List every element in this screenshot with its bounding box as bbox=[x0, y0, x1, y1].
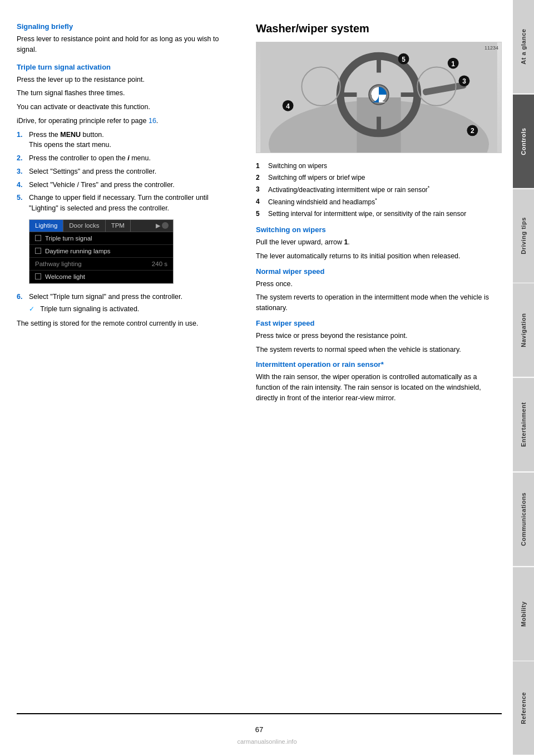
step-2-content: Press the controller to open the i menu. bbox=[29, 153, 239, 164]
sidebar-tab-driving-tips[interactable]: Driving tips bbox=[513, 189, 534, 283]
wiper-ref-list: 1 Switching on wipers 2 Switching off wi… bbox=[256, 161, 502, 219]
idrive-label-pathway: Pathway lighting bbox=[35, 261, 82, 267]
step-4: 4. Select "Vehicle / Tires" and press th… bbox=[17, 180, 239, 190]
ref-num-5: 5 bbox=[256, 209, 264, 219]
fast-speed-heading: Fast wiper speed bbox=[256, 319, 502, 327]
page-number: 67 bbox=[17, 725, 502, 734]
idrive-item-daytime: Daytime running lamps bbox=[29, 245, 173, 258]
ref-item-2: 2 Switching off wipers or brief wipe bbox=[256, 173, 502, 183]
switching-on-heading: Switching on wipers bbox=[256, 225, 502, 234]
idrive-tab-doorlocks: Door locks bbox=[63, 220, 105, 232]
intermittent-section: Intermittent operation or rain sensor* W… bbox=[256, 360, 502, 403]
sidebar-tab-entertainment[interactable]: Entertainment bbox=[513, 378, 534, 472]
sidebar-tab-at-a-glance[interactable]: At a glance bbox=[513, 0, 534, 94]
idrive-item-pathway: Pathway lighting 240 s bbox=[29, 258, 173, 271]
switching-on-section: Switching on wipers Pull the lever upwar… bbox=[256, 225, 502, 262]
triple-turn-line1: Press the lever up to the resistance poi… bbox=[17, 75, 239, 85]
idrive-topbar: Lighting Door locks TPM ▶ bbox=[29, 220, 173, 232]
wiper-diagram-image: 1 2 3 4 5 bbox=[256, 42, 502, 153]
left-column: Signaling briefly Press lever to resista… bbox=[17, 22, 239, 709]
idrive-tab-tpm: TPM bbox=[106, 220, 131, 232]
sidebar-tab-reference[interactable]: Reference bbox=[513, 661, 534, 755]
ref-num-2: 2 bbox=[256, 173, 264, 183]
wiper-image-bg: 1 2 3 4 5 bbox=[256, 42, 501, 153]
step-4-content: Select "Vehicle / Tires" and press the c… bbox=[29, 180, 239, 190]
svg-text:1: 1 bbox=[451, 60, 455, 68]
idrive-menu-screenshot: Lighting Door locks TPM ▶ Triple turn si… bbox=[29, 219, 174, 284]
step-2-number: 2. bbox=[17, 153, 26, 164]
ref-num-3: 3 bbox=[256, 184, 264, 195]
idrive-checkbox-welcome bbox=[35, 273, 41, 279]
svg-text:5: 5 bbox=[402, 56, 406, 63]
step-1-number: 1. bbox=[17, 130, 26, 151]
sidebar-tab-navigation[interactable]: Navigation bbox=[513, 283, 534, 377]
fast-speed-line1: Press twice or press beyond the resistan… bbox=[256, 331, 502, 341]
idrive-tab-lighting: Lighting bbox=[29, 220, 63, 232]
wiper-diagram-svg: 1 2 3 4 5 bbox=[256, 42, 501, 153]
ref-num-1: 1 bbox=[256, 161, 264, 171]
step-1-note: This opens the start menu. bbox=[29, 140, 239, 150]
step-2: 2. Press the controller to open the i me… bbox=[17, 153, 239, 164]
idrive-checkbox-daytime bbox=[35, 248, 41, 254]
step-3-number: 3. bbox=[17, 166, 26, 177]
right-column: Washer/wiper system bbox=[256, 22, 502, 709]
intermittent-text: With the rain sensor, the wiper operatio… bbox=[256, 372, 502, 403]
fast-speed-line2: The system reverts to normal speed when … bbox=[256, 345, 502, 355]
step-6-content: Select "Triple turn signal" and press th… bbox=[29, 292, 239, 315]
fast-speed-section: Fast wiper speed Press twice or press be… bbox=[256, 319, 502, 355]
step-1-content: Press the MENU button. This opens the st… bbox=[29, 130, 239, 151]
sidebar-tab-communications[interactable]: Communications bbox=[513, 473, 534, 566]
page-ref-link[interactable]: 16 bbox=[149, 117, 156, 125]
normal-speed-line2: The system reverts to operation in the i… bbox=[256, 292, 502, 313]
footer-note: The setting is stored for the remote con… bbox=[17, 318, 239, 329]
bottom-line bbox=[17, 713, 502, 714]
ref-text-4: Cleaning windshield and headlamps* bbox=[268, 197, 377, 207]
signaling-briefly-heading: Signaling briefly bbox=[17, 22, 239, 31]
ref-text-1: Switching on wipers bbox=[268, 161, 327, 171]
ref-text-3: Activating/deactivating intermittent wip… bbox=[268, 184, 429, 195]
ref-num-4: 4 bbox=[256, 197, 264, 207]
ref-text-2: Switching off wipers or brief wipe bbox=[268, 173, 365, 183]
ref-item-4: 4 Cleaning windshield and headlamps* bbox=[256, 197, 502, 207]
step-4-number: 4. bbox=[17, 180, 26, 190]
step-6: 6. Select "Triple turn signal" and press… bbox=[17, 292, 239, 315]
switching-on-line2: The lever automatically returns to its i… bbox=[256, 251, 502, 262]
triple-turn-section: Triple turn signal activation Press the … bbox=[17, 63, 239, 330]
step-5: 5. Change to upper field if necessary. T… bbox=[17, 193, 239, 214]
step-6-number: 6. bbox=[17, 292, 26, 315]
triple-turn-line2: The turn signal flashes three times. bbox=[17, 88, 239, 99]
idrive-checkbox-triple bbox=[35, 235, 41, 241]
svg-text:4: 4 bbox=[286, 102, 290, 110]
sidebar-tab-mobility[interactable]: Mobility bbox=[513, 567, 534, 661]
idrive-item-welcome: Welcome light bbox=[29, 271, 173, 283]
sidebar-tab-controls[interactable]: Controls bbox=[513, 95, 534, 188]
svg-text:2: 2 bbox=[471, 127, 474, 135]
intermittent-heading: Intermittent operation or rain sensor* bbox=[256, 360, 502, 369]
watermark: carmanualsonline.info bbox=[237, 738, 296, 745]
steps-list: 1. Press the MENU button. This opens the… bbox=[17, 130, 239, 214]
ref-item-5: 5 Setting interval for intermittent wipe… bbox=[256, 209, 502, 219]
sidebar-tabs: At a glance Controls Driving tips Naviga… bbox=[513, 0, 534, 756]
svg-text:3: 3 bbox=[462, 77, 466, 85]
triple-turn-heading: Triple turn signal activation bbox=[17, 63, 239, 71]
triple-turn-line3: You can activate or deactivate this func… bbox=[17, 102, 239, 112]
idrive-nav-arrows: ▶ bbox=[151, 220, 173, 232]
idrive-value-pathway: 240 s bbox=[152, 261, 167, 267]
normal-speed-heading: Normal wiper speed bbox=[256, 267, 502, 276]
step-1: 1. Press the MENU button. This opens the… bbox=[17, 130, 239, 151]
idrive-intro-text: iDrive, for operating principle refer to… bbox=[17, 116, 239, 126]
normal-speed-section: Normal wiper speed Press once. The syste… bbox=[256, 267, 502, 313]
signaling-briefly-text: Press lever to resistance point and hold… bbox=[17, 34, 239, 55]
idrive-item-triple: Triple turn signal bbox=[29, 232, 173, 245]
step-3: 3. Select "Settings" and press the contr… bbox=[17, 166, 239, 177]
idrive-label-daytime: Daytime running lamps bbox=[45, 248, 111, 254]
step-3-content: Select "Settings" and press the controll… bbox=[29, 166, 239, 177]
image-ref-code: 11234 bbox=[484, 45, 498, 51]
step-6-note: ✓ Triple turn signaling is activated. bbox=[29, 304, 239, 315]
ref-text-5: Setting interval for intermittent wipe, … bbox=[268, 209, 466, 219]
washer-wiper-heading: Washer/wiper system bbox=[256, 22, 502, 35]
idrive-label-welcome: Welcome light bbox=[45, 273, 85, 280]
switching-on-text: Pull the lever upward, arrow 1. bbox=[256, 237, 502, 248]
idrive-label-triple: Triple turn signal bbox=[45, 235, 92, 242]
step-5-number: 5. bbox=[17, 193, 26, 214]
